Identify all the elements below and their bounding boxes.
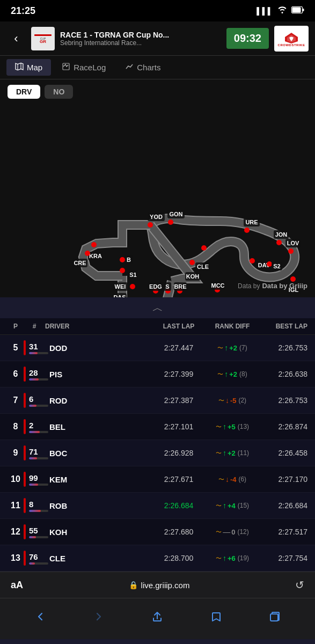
tab-map[interactable]: Map (6, 59, 51, 76)
rank-prev-position: (8) (239, 370, 247, 378)
cell-driver: BOC (49, 449, 152, 458)
cell-position: 12 (8, 527, 24, 537)
cell-position: 8 (8, 422, 24, 431)
bottom-nav (0, 598, 315, 639)
svg-point-49 (290, 276, 296, 282)
app-header: ‹ GR CUP RACE 1 - TGRNA GR Cup No... Seb… (0, 21, 315, 56)
cell-position: 7 (8, 396, 24, 405)
font-size-control[interactable]: aA (11, 580, 23, 591)
url-block: 🔒 live.griiip.com (129, 581, 190, 590)
griiip-brand: Data by Griiip (262, 282, 307, 290)
filter-drv-button[interactable]: DRV (8, 85, 40, 99)
svg-point-37 (250, 258, 255, 264)
table-row: 7 6 ROD 2:27.387 〜 ↓ -5 (2) 2:26.753 (0, 387, 315, 414)
rank-diff-number: 0 (231, 528, 235, 536)
nav-share-button[interactable] (145, 605, 169, 628)
browser-url[interactable]: live.griiip.com (141, 581, 190, 590)
svg-text:BRE: BRE (174, 283, 186, 290)
position-bar (24, 340, 26, 355)
cell-best-lap: 2:26.874 (259, 422, 307, 431)
cell-best-lap: 2:26.638 (259, 370, 307, 378)
cell-position: 9 (8, 448, 24, 458)
back-button[interactable]: ‹ (6, 29, 26, 48)
cell-driver: DOD (49, 343, 152, 353)
cell-driver: KOH (49, 528, 152, 537)
cell-rank-diff: 〜 ↑ +4 (15) (206, 501, 259, 510)
race-logo: GR CUP (31, 27, 55, 50)
rank-up-icon: ↑ (224, 343, 228, 352)
cell-position: 6 (8, 369, 24, 379)
position-bar (24, 393, 26, 408)
svg-text:CUP: CUP (40, 37, 46, 40)
lap-progress-bar (29, 431, 48, 433)
position-bar (24, 498, 26, 513)
lap-progress-fill (29, 562, 35, 565)
nav-back-button[interactable] (28, 605, 52, 628)
svg-point-43 (189, 260, 195, 265)
rank-up-icon: ↑ (223, 554, 226, 562)
driver-name: ROD (49, 396, 67, 405)
lap-progress-fill (29, 510, 41, 512)
rank-up-icon: ↑ (224, 370, 228, 378)
filter-no-button[interactable]: NO (45, 85, 73, 99)
tab-map-label: Map (27, 63, 42, 72)
cell-last-lap: 2:26.684 (152, 501, 206, 510)
status-icons: ▌▌▌ (257, 6, 304, 16)
rank-diff-number: +2 (229, 344, 237, 352)
rank-diff-number: +6 (228, 554, 236, 562)
track-svg: YOD GON URE JON LOV KRA CR (0, 104, 315, 297)
sponsor-logo: CROWDSTRIKE (274, 26, 309, 52)
wave-icon: 〜 (217, 370, 223, 378)
tab-charts[interactable]: Charts (116, 59, 169, 76)
wave-icon: 〜 (216, 528, 222, 536)
svg-text:LOV: LOV (287, 240, 299, 246)
svg-rect-6 (34, 34, 52, 36)
cell-driver: ROB (49, 501, 152, 510)
svg-rect-2 (303, 9, 304, 11)
cell-number-block: 28 (24, 367, 49, 382)
rank-up-icon: ↑ (223, 422, 226, 431)
status-time: 21:25 (11, 5, 35, 17)
standings-rows: 5 31 DOD 2:27.447 〜 ↑ +2 (7) 2:26.753 6 (0, 335, 315, 572)
wave-icon: 〜 (218, 397, 224, 405)
refresh-button[interactable]: ↺ (295, 579, 304, 591)
cell-driver: BEL (49, 422, 152, 431)
rank-prev-position: (19) (238, 554, 249, 562)
cell-best-lap: 2:26.753 (259, 343, 307, 352)
cell-best-lap: 2:26.458 (259, 449, 307, 457)
svg-text:URE: URE (245, 219, 258, 225)
lap-progress-bar (29, 510, 48, 512)
svg-point-28 (85, 251, 90, 256)
nav-tabs-button[interactable] (263, 605, 287, 628)
cell-number-block: 55 (24, 524, 49, 539)
cell-number-block: 76 (24, 551, 49, 566)
filter-bar: DRV NO (0, 79, 315, 104)
driver-name: BEL (49, 422, 65, 431)
cell-rank-diff: 〜 — 0 (12) (206, 528, 259, 536)
cell-position: 11 (8, 501, 24, 510)
svg-text:YOD: YOD (150, 214, 163, 220)
back-arrow-icon: ‹ (14, 32, 18, 46)
cell-number-block: 71 (24, 445, 49, 460)
lap-progress-fill (29, 352, 38, 354)
cell-rank-diff: 〜 ↑ +5 (13) (206, 422, 259, 431)
watermark: Data by Data by Griiip (238, 282, 307, 290)
nav-bookmarks-button[interactable] (204, 605, 228, 628)
driver-name: PIS (49, 370, 62, 379)
tab-racelog[interactable]: RaceLog (53, 59, 114, 76)
rank-prev-position: (7) (239, 344, 247, 352)
car-number: 71 (29, 447, 48, 456)
race-info: RACE 1 - TGRNA GR Cup No... Sebring Inte… (60, 31, 221, 47)
scroll-handle[interactable]: ︿ (0, 297, 315, 318)
car-number: 31 (29, 342, 48, 351)
cell-position: 5 (8, 343, 24, 353)
col-header-driver: DRIVER (45, 323, 152, 330)
svg-text:S: S (165, 283, 169, 290)
svg-point-19 (276, 240, 282, 245)
rank-diff-number: +2 (229, 370, 237, 378)
table-row: 6 28 PIS 2:27.399 〜 ↑ +2 (8) 2:26.638 (0, 361, 315, 387)
cell-number-block: 6 (24, 393, 49, 408)
nav-forward-button[interactable] (87, 605, 111, 628)
status-bar: 21:25 ▌▌▌ (0, 0, 315, 21)
lap-progress-bar (29, 378, 48, 380)
